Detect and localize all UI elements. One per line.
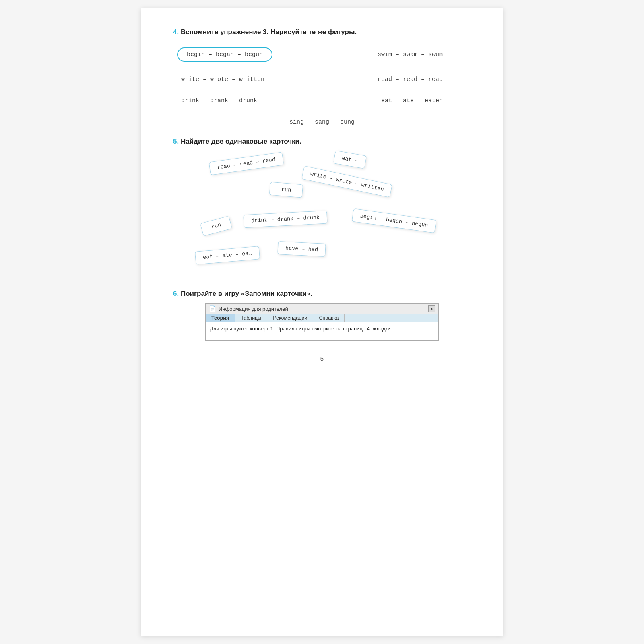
cards-pile: read – read – read eat – run write – wro… [185, 153, 459, 278]
tab-rekomendacii[interactable]: Рекомендации [267, 314, 313, 322]
exercise6-section: 6. Поиграйте в игру «Запомни карточки». … [173, 290, 471, 341]
info-box-title-bar: 📄 Информация для родителей x [206, 304, 438, 314]
info-box-title: 📄 Информация для родителей [209, 305, 288, 312]
tab-teoria[interactable]: Теория [206, 314, 235, 322]
info-box-body: Для игры нужен конверт 1. Правила игры с… [206, 322, 438, 340]
exercise6-number: 6. [173, 290, 179, 297]
exercise6-text: Поиграйте в игру «Запомни карточки». [181, 290, 312, 297]
exercise4-text: Вспомните упражнение 3. Нарисуйте те же … [181, 28, 357, 36]
card-drink: drink – drank – drunk [243, 211, 328, 228]
tab-tablicy[interactable]: Таблицы [235, 314, 267, 322]
exercise6-title: 6. Поиграйте в игру «Запомни карточки». [173, 290, 471, 298]
tab-spravka[interactable]: Справка [313, 314, 345, 322]
page-number: 5 [173, 355, 471, 362]
verb-sing: sing – sang – sung [289, 119, 355, 126]
verb-eat: eat – ate – eaten [381, 97, 443, 104]
info-box-tabs: Теория Таблицы Рекомендации Справка [206, 314, 438, 322]
card-eat-partial: eat – [333, 150, 367, 169]
verb-drink: drink – drank – drunk [181, 97, 257, 104]
verb-write: write – wrote – written [181, 76, 264, 83]
info-box-close-button[interactable]: x [428, 305, 435, 312]
card-run2: run [200, 216, 232, 236]
exercise5-section: 5. Найдите две одинаковые карточки. read… [173, 138, 471, 278]
card-write: write – wrote – written [301, 166, 392, 198]
info-box-title-text: Информация для родителей [219, 306, 288, 312]
exercise4-title: 4. Вспомните упражнение 3. Нарисуйте те … [173, 28, 471, 36]
info-box-body-text: Для игры нужен конверт 1. Правила игры с… [210, 326, 392, 332]
verb-begin-container: begin – began – begun [177, 47, 272, 62]
exercise4-number: 4. [173, 28, 179, 36]
card-eat-full: eat – ate – ea… [195, 246, 260, 265]
exercise4-section: 4. Вспомните упражнение 3. Нарисуйте те … [173, 28, 471, 126]
verb-swim: swim – swam – swum [378, 51, 443, 58]
card-have: have – had [277, 241, 326, 257]
page: 4. Вспомните упражнение 3. Нарисуйте те … [141, 8, 503, 636]
card-run1: run [269, 182, 303, 198]
exercise5-text: Найдите две одинаковые карточки. [181, 138, 301, 145]
exercise5-title: 5. Найдите две одинаковые карточки. [173, 138, 471, 146]
card-read: read – read – read [209, 152, 284, 175]
verb-begin: begin – began – begun [177, 47, 272, 62]
card-begin: begin – began – begun [352, 208, 437, 233]
verb-read: read – read – read [378, 76, 443, 83]
info-box: 📄 Информация для родителей x Теория Табл… [205, 303, 439, 341]
exercise5-number: 5. [173, 138, 179, 145]
info-icon: 📄 [209, 305, 216, 312]
